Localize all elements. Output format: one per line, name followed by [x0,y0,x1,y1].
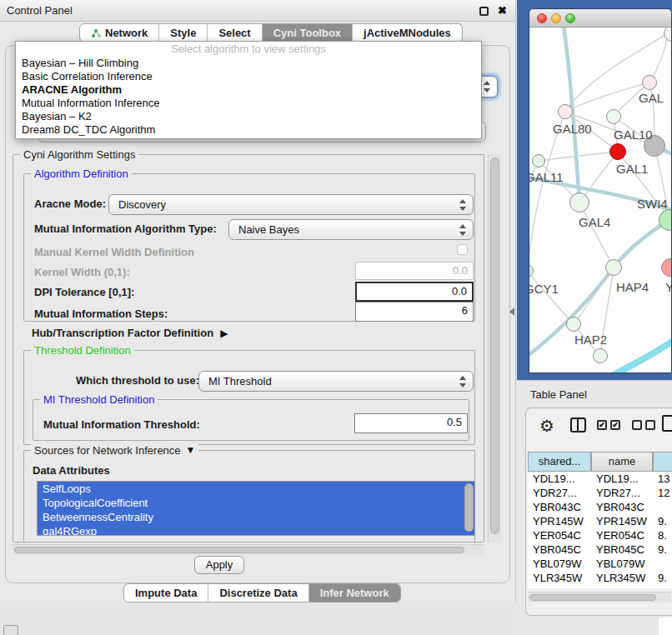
mi-steps-field[interactable]: 6 [355,302,474,322]
dpi-tolerance-label: DPI Tolerance [0,1]: [34,284,134,301]
tab-cyni-toolbox[interactable]: Cyni Toolbox [263,24,353,42]
network-node-gal80[interactable] [558,104,573,119]
column-header-partial[interactable] [653,452,672,472]
dock-panel-icon[interactable] [3,625,18,635]
node-label: Y [665,280,672,294]
network-window-titlebar[interactable] [529,9,671,28]
algorithm-option[interactable]: Dream8 DC_TDC Algorithm [16,123,481,137]
column-header-name[interactable]: name [591,452,653,472]
tab-style[interactable]: Style [159,24,208,42]
attribute-list-item[interactable]: SelfLoops [38,482,474,496]
algorithm-option[interactable]: Bayesian – K2 [16,110,481,123]
close-window-button[interactable] [537,13,547,23]
aracne-mode-combobox[interactable]: Discovery [108,194,474,215]
table-row[interactable]: YDL19... YDL19... 13 [528,472,672,486]
checked-box-icon[interactable]: ✔ [597,420,607,430]
kernel-width-field[interactable]: 0.0 [355,262,474,280]
network-view-window: GAL GAL80 GAL10 GAL1 GAL11 GAL4 SWI4 HAP… [529,8,672,373]
columns-icon[interactable] [570,418,586,432]
desktop-background: GAL GAL80 GAL10 GAL1 GAL11 GAL4 SWI4 HAP… [517,0,672,380]
cell-name: YDR27... [591,486,653,500]
network-node-gal11[interactable] [532,154,545,168]
node-label: GAL [639,91,664,105]
unchecked-box-icon[interactable] [632,420,642,430]
table-rows[interactable]: YDL19... YDL19... 13 YDR27... YDR27... 1… [528,472,672,588]
table-row[interactable]: YBR043C YBR043C [528,500,672,514]
hub-tf-definition-toggle[interactable]: Hub/Transcription Factor Definition ▶ [32,325,228,342]
network-node[interactable] [593,348,608,363]
attribute-list-item[interactable]: gal4RGexp [38,524,474,536]
dpi-tolerance-field[interactable]: 0.0 [355,282,474,302]
apply-button[interactable]: Apply [194,556,244,574]
spinner-arrows-icon [459,220,467,239]
network-node-gal1[interactable] [609,143,626,160]
network-node-hap2[interactable] [566,317,581,332]
which-threshold-label: Which threshold to use: [76,372,199,389]
cell-shared-name: YER054C [528,528,591,542]
attribute-list-item[interactable]: TopologicalCoefficient [38,496,474,510]
network-node-gal4[interactable] [569,192,589,212]
attribute-list-item[interactable]: BetweennessCentrality [38,510,474,524]
network-node-gal-partial[interactable] [642,75,657,90]
table-row[interactable]: YER054C YER054C 8. [528,528,672,542]
list-scrollbar-thumb[interactable] [464,483,474,532]
which-threshold-combobox[interactable]: MI Threshold [198,371,474,392]
checked-box-icon[interactable]: ✔ [610,420,620,430]
data-attributes-list[interactable]: SelfLoops TopologicalCoefficient Between… [37,481,475,536]
node-label: GAL10 [614,128,653,142]
cell-shared-name: YBR045C [528,542,591,557]
gear-icon[interactable]: ⚙ [539,413,554,438]
minimize-window-button[interactable] [551,13,561,23]
cell-value: 9 [653,585,672,588]
tab-select[interactable]: Select [208,24,262,42]
algorithm-option[interactable]: Basic Correlation Inference [16,70,481,83]
zoom-window-button[interactable] [565,13,575,23]
expanded-arrow-icon: ▼ [186,444,196,457]
cell-value [653,557,672,571]
scrollbar-thumb[interactable] [490,158,499,534]
scrollbar-thumb[interactable] [529,594,656,601]
algorithm-option[interactable]: Mutual Information Inference [16,97,481,110]
tab-jactivemnodules[interactable]: jActiveMNodules [353,24,462,42]
cell-name: YLR345W [591,571,653,585]
data-attributes-label: Data Attributes [33,462,110,479]
scrollbar-thumb[interactable] [14,547,464,553]
network-node-hap4[interactable] [605,259,622,276]
network-canvas[interactable]: GAL GAL80 GAL10 GAL1 GAL11 GAL4 SWI4 HAP… [529,28,672,373]
mi-type-combobox[interactable]: Naive Bayes [228,219,474,240]
manual-kernel-checkbox[interactable] [457,244,468,255]
unchecked-box-icon[interactable] [645,420,655,430]
table-row[interactable]: YPR145W YPR145W 9. [528,514,672,528]
corner-spacer [659,618,672,635]
mi-threshold-field[interactable]: 0.5 [354,413,468,433]
table-row[interactable]: YIL052C YIL052C 9 [528,585,672,588]
settings-horizontal-scrollbar[interactable] [13,544,484,555]
mi-type-label: Mutual Information Algorithm Type: [34,221,217,238]
cell-name: YPR145W [591,514,653,528]
close-icon[interactable]: ✖ [498,3,507,18]
document-icon[interactable] [662,415,672,432]
sources-group-title-row[interactable]: Sources for Network Inference ▼ [31,444,198,457]
cell-value: 13 [653,472,672,486]
table-row[interactable]: YLR345W YLR345W 9. [528,571,672,585]
collapsed-arrow-icon: ▶ [220,328,228,339]
control-panel-tabbar: Network Style Select Cyni Toolbox jActiv… [79,23,463,42]
cell-name: YBL079W [591,557,653,571]
algorithm-option[interactable]: ARACNE Algorithm [16,83,481,97]
algorithm-option[interactable]: Bayesian – Hill Climbing [16,57,481,70]
settings-vertical-scrollbar[interactable] [488,154,501,542]
table-row[interactable]: YBR045C YBR045C 9. [528,542,672,557]
float-icon[interactable] [479,7,489,16]
column-header-shared[interactable]: shared... [528,452,591,472]
tab-impute-data[interactable]: Impute Data [124,584,208,602]
which-threshold-value: MI Threshold [208,375,272,388]
tab-discretize-data[interactable]: Discretize Data [208,584,308,602]
network-node-gal10[interactable] [606,109,621,124]
table-horizontal-scrollbar[interactable] [528,592,671,602]
tab-network[interactable]: Network [80,24,159,42]
table-row[interactable]: YDR27... YDR27... 12 [528,486,672,500]
tab-infer-network[interactable]: Infer Network [309,584,400,602]
mi-threshold-group-title: MI Threshold Definition [40,393,158,406]
table-row[interactable]: YBL079W YBL079W [528,557,672,571]
network-tab-icon [91,28,101,38]
